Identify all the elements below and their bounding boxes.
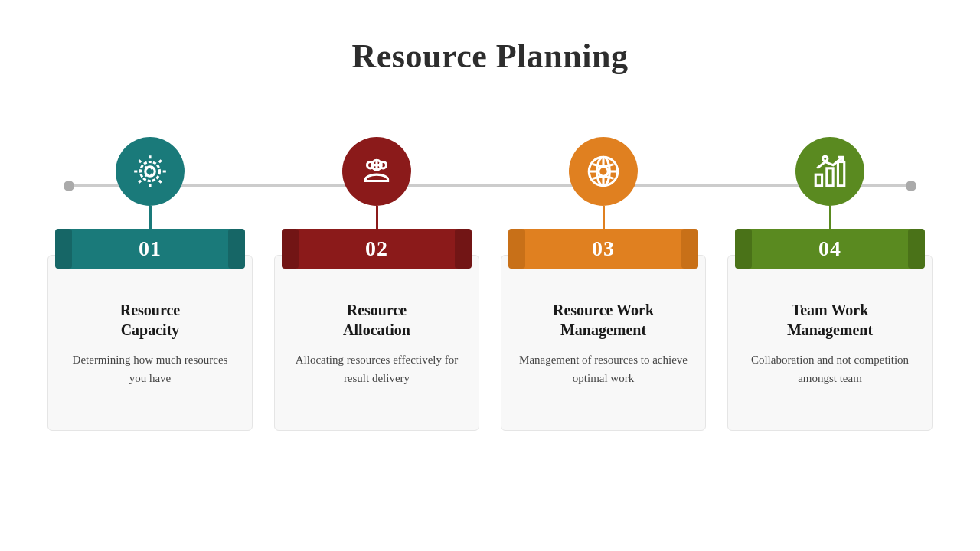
network-icon (584, 152, 622, 191)
card-2-icon-circle (342, 137, 411, 206)
chart-growth-icon (811, 152, 849, 191)
card-2-title: ResourceAllocation (290, 300, 463, 340)
card-4-connector (829, 206, 831, 229)
card-3-icon-circle (569, 137, 638, 206)
card-2-connector (376, 206, 378, 229)
card-3-box: Resource WorkManagement Management of re… (501, 255, 706, 431)
card-4-icon-circle (795, 137, 864, 206)
page-title: Resource Planning (0, 0, 980, 76)
card-3-number: 03 (519, 229, 688, 269)
svg-rect-13 (827, 168, 833, 186)
card-2-desc: Allocating resources effectively for res… (290, 350, 463, 387)
card-2-number: 02 (292, 229, 461, 269)
svg-point-6 (599, 167, 609, 177)
card-1-icon-circle (116, 137, 185, 206)
hand-coins-icon (358, 152, 396, 191)
cards-container: 01 ResourceCapacity Determining how much… (2, 137, 978, 431)
card-3-desc: Management of resources to achieve optim… (517, 350, 690, 387)
svg-rect-12 (815, 174, 822, 186)
card-1-desc: Determining how much resources you have (64, 350, 237, 387)
card-1-number: 01 (66, 229, 234, 269)
card-4-box: Team WorkManagement Collaboration and no… (727, 255, 933, 431)
card-2: 02 ResourceAllocation Allocating resourc… (274, 137, 479, 431)
timeline-section: 01 ResourceCapacity Determining how much… (0, 137, 980, 431)
card-4-title: Team WorkManagement (743, 300, 916, 340)
card-4-number: 04 (746, 229, 914, 269)
gear-icon (131, 152, 169, 191)
card-1-box: ResourceCapacity Determining how much re… (47, 255, 253, 431)
card-3: 03 Resource WorkManagement Management of… (501, 137, 706, 431)
card-1-connector (149, 206, 152, 229)
card-2-box: ResourceAllocation Allocating resources … (274, 255, 479, 431)
card-1-title: ResourceCapacity (64, 300, 237, 340)
svg-point-15 (823, 156, 828, 161)
card-4: 04 Team WorkManagement Collaboration and… (727, 137, 933, 431)
card-4-desc: Collaboration and not competition amongs… (743, 350, 916, 387)
card-3-title: Resource WorkManagement (517, 300, 690, 340)
card-1: 01 ResourceCapacity Determining how much… (47, 137, 253, 431)
svg-point-1 (141, 162, 160, 181)
svg-rect-14 (838, 162, 844, 186)
card-3-connector (603, 206, 605, 229)
